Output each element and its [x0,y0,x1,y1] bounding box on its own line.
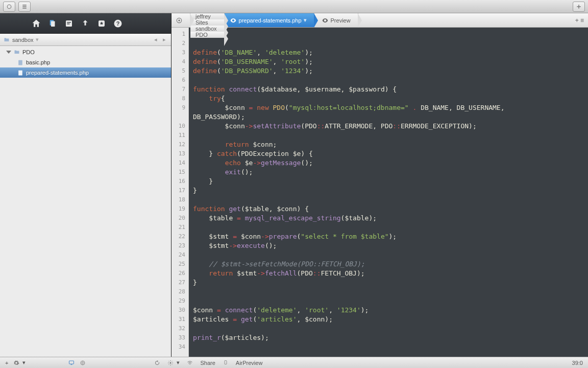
disclosure-triangle-icon[interactable] [6,51,11,54]
code-content[interactable]: <?php define('DB_NAME', 'deleteme');defi… [189,28,588,357]
crumb-active-label: prepared-statements.php [239,17,302,24]
tree-file[interactable]: prepared-statements.php [0,67,171,78]
crumb-active-file[interactable]: prepared-statements.php ▾ [225,13,314,27]
svg-rect-1 [22,5,27,6]
status-airpreview[interactable]: AirPreview [236,360,263,366]
tb-layout-icon[interactable] [3,2,15,12]
status-wifi-icon[interactable] [187,360,193,366]
svg-rect-5 [577,6,581,7]
crumb-preview-label: Preview [331,17,351,24]
status-device-icon[interactable] [223,360,229,366]
sidebar-toolbar: ? [0,13,171,34]
crumb-preview[interactable]: Preview [316,13,358,27]
status-add-icon[interactable]: + [5,360,8,366]
svg-rect-14 [18,60,22,65]
crumb-target-icon[interactable] [172,13,190,27]
status-globe-icon[interactable] [80,360,86,366]
folder-icon [13,49,20,55]
sidebar-path-label: sandbox [12,37,34,43]
svg-point-0 [7,5,11,9]
window-titlebar [0,0,588,13]
line-gutter: 1234567891011121314151617181920212223242… [172,28,189,357]
svg-point-17 [178,19,180,21]
svg-rect-10 [67,24,69,25]
folder-icon [3,37,10,43]
svg-rect-22 [225,360,227,364]
status-gear-icon[interactable]: ▾ [13,359,26,366]
status-gear2-icon[interactable]: ▾ [167,359,180,366]
note-icon[interactable] [63,18,75,29]
files-icon[interactable] [47,18,58,29]
svg-rect-15 [18,70,22,75]
tree-folder[interactable]: PDO [0,47,171,57]
tree-file[interactable]: basic.php [0,57,171,67]
eye-icon [322,17,329,24]
sidebar-path-bar[interactable]: sandbox ▾ ◂ ▸ [0,34,171,46]
nav-arrows[interactable]: ◂ ▸ [154,36,168,43]
status-cursor-position: 39:0 [572,360,583,366]
help-icon[interactable]: ? [112,18,124,29]
breadcrumb-item[interactable]: Sites [190,19,225,26]
tree-file-label: basic.php [26,59,50,65]
svg-rect-3 [22,8,27,9]
target-icon [176,17,183,24]
svg-rect-9 [67,22,71,23]
file-tree: PDO basic.phpprepared-statements.php [0,46,171,357]
code-area[interactable]: 1234567891011121314151617181920212223242… [172,28,588,357]
svg-rect-2 [22,6,27,7]
star-icon[interactable] [96,18,107,29]
tree-file-label: prepared-statements.php [26,70,89,76]
path-bar: jeffreySitessandboxPDO prepared-statemen… [172,13,588,28]
status-share[interactable]: Share [200,360,215,366]
breadcrumb-item[interactable]: sandbox [190,26,225,32]
breadcrumb-item[interactable]: PDO [190,32,225,38]
php-file-icon [17,70,24,76]
sidebar: ? sandbox ▾ ◂ ▸ PDO basic.phpprepared-st… [0,13,172,357]
svg-rect-19 [71,364,72,365]
tb-list-icon[interactable] [18,2,31,12]
svg-point-21 [170,362,172,363]
breadcrumb-item[interactable]: jeffrey [190,13,225,19]
svg-rect-7 [51,21,55,27]
upload-icon[interactable] [80,18,91,29]
status-bar: + ▾ ▾ Share AirPreview 39:0 [0,357,588,368]
status-refresh-icon[interactable] [154,360,160,366]
svg-rect-18 [69,361,74,364]
pathbar-right-controls[interactable]: + ≡ [571,13,588,27]
svg-text:?: ? [116,20,120,27]
editor-pane: jeffreySitessandboxPDO prepared-statemen… [172,13,588,357]
tree-folder-label: PDO [22,49,35,55]
php-file-icon [17,59,24,66]
eye-icon [230,17,237,24]
home-icon[interactable] [31,18,42,29]
status-monitor-icon[interactable] [68,360,75,366]
tb-add-icon[interactable] [573,2,585,12]
